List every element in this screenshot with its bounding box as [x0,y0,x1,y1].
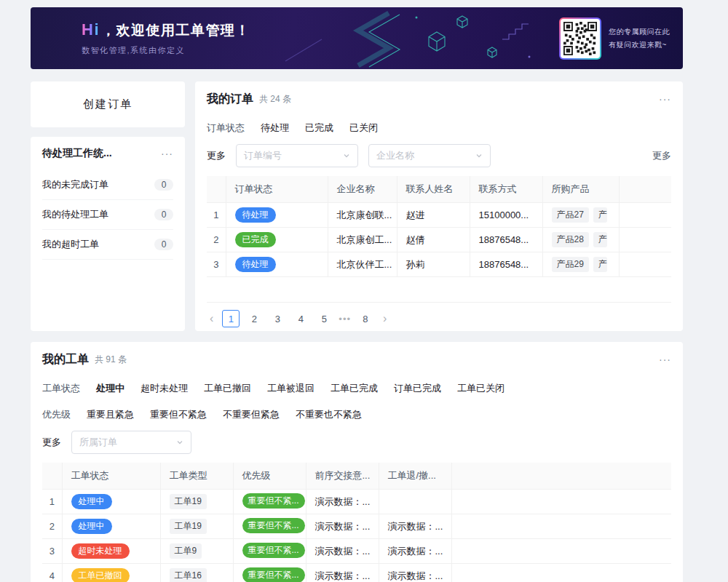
count-badge: 0 [154,179,173,191]
welcome-banner: Hi，欢迎使用工单管理！ 数智化管理,系统由你定义 [31,7,683,69]
filter-option[interactable]: 不重要也不紧急 [296,408,362,421]
table-header-row: 工单状态 工单类型 优先级 前序交接意... 工单退/撤... [42,463,671,490]
filter-option[interactable]: 已关闭 [349,121,378,135]
status-badge: 待处理 [235,257,276,272]
cell-phone: 15100000... [470,203,542,228]
page-button-2[interactable]: 2 [245,310,263,327]
priority-badge: 重要但不紧... [242,543,305,558]
table-row[interactable]: 3 待处理 北京伙伴工... 孙莉 18876548... 产品29产 [207,252,671,277]
filter-option[interactable]: 超时未处理 [141,382,188,395]
chevron-down-icon [343,152,350,159]
column-header-filler [451,463,671,490]
count-badge: 0 [154,239,173,250]
more-link[interactable]: 更多 [652,149,671,162]
row-index: 1 [207,203,226,228]
product-tag-partial: 产 [593,257,607,272]
ticket-priority-filter: 优先级 重要且紧急 重要但不紧急 不重要但紧急 不重要也不紧急 [42,402,671,428]
column-header-return-note: 工单退/撤... [379,463,451,490]
more-dots-icon[interactable]: ··· [659,94,671,104]
table-row[interactable]: 4 工单已撤回 工单16 重要但不紧... 演示数据：... 演示数据：... [42,564,671,582]
sidebar: 创建订单 待处理工作统... ··· 我的未完成订单 0 我的待处理工单 0 我… [31,81,185,331]
create-order-button[interactable]: 创建订单 [79,97,137,112]
table-row[interactable]: 2 处理中 工单19 重要但不紧... 演示数据：... 演示数据：... [42,514,671,539]
my-orders-panel: 我的订单 共 24 条 ··· 订单状态 待处理 已完成 已关闭 更多 订单编号… [195,81,683,331]
select-placeholder: 企业名称 [376,149,414,162]
cell-priority: 重要但不紧... [233,539,306,564]
banner-text-block: Hi，欢迎使用工单管理！ 数智化管理,系统由你定义 [31,20,250,56]
cell-contact: 赵倩 [397,228,470,252]
cell-phone: 18876548... [470,252,542,277]
column-header-ticket-type: 工单类型 [160,463,233,490]
page-button-8[interactable]: 8 [357,310,374,327]
filter-option[interactable]: 已完成 [305,121,333,135]
status-badge: 工单已撤回 [71,568,130,582]
filter-label: 订单状态 [207,121,245,135]
cell-return-note: 演示数据：... [379,564,451,582]
cell-order-status: 待处理 [226,252,328,277]
company-name-select[interactable]: 企业名称 [368,144,491,167]
column-header-priority: 优先级 [233,463,306,490]
cell-return-note: 演示数据：... [379,539,451,564]
filter-option[interactable]: 订单已完成 [394,382,441,395]
panel-title: 我的工单 [42,352,89,367]
filter-option[interactable]: 工单已关闭 [457,382,505,395]
cell-products: 产品28产 [542,228,619,252]
filter-option[interactable]: 待处理 [261,121,289,135]
row-index: 1 [42,490,62,514]
product-tag: 产品27 [552,207,589,223]
row-index: 2 [207,228,226,252]
filter-option[interactable]: 工单被退回 [267,382,314,395]
filter-option[interactable]: 工单已完成 [331,382,378,395]
filter-option[interactable]: 重要且紧急 [87,408,134,421]
status-badge: 已完成 [235,232,276,247]
table-row[interactable]: 1 处理中 工单19 重要但不紧... 演示数据：... [42,490,671,514]
more-dots-icon[interactable]: ··· [161,148,173,159]
cell-ticket-status: 处理中 [62,490,160,514]
filter-option[interactable]: 不重要但紧急 [223,408,280,421]
table-row[interactable]: 1 待处理 北京康创联... 赵进 15100000... 产品27产 [207,203,671,228]
prev-page-icon[interactable]: ‹ [207,312,216,325]
qr-caption-line1: 您的专属顾问在此 [609,25,670,39]
filter-option[interactable]: 工单已撤回 [204,382,251,395]
list-item-overdue-tickets[interactable]: 我的超时工单 0 [42,230,173,260]
order-number-select[interactable]: 订单编号 [236,144,358,167]
pending-work-card: 待处理工作统... ··· 我的未完成订单 0 我的待处理工单 0 我的超时工单… [31,137,185,331]
page-button-4[interactable]: 4 [292,310,309,327]
page-button-1[interactable]: 1 [222,310,240,327]
cell-ticket-status: 处理中 [62,514,160,539]
table-row[interactable]: 2 已完成 北京康创工... 赵倩 18876548... 产品28产 [207,228,671,252]
filter-option[interactable]: 重要但不紧急 [150,408,207,421]
page-button-5[interactable]: 5 [315,310,333,327]
page-button-3[interactable]: 3 [269,310,286,327]
status-badge: 超时未处理 [71,543,130,559]
banner-decoration [271,7,577,69]
table-row[interactable]: 3 超时未处理 工单9 重要但不紧... 演示数据：... 演示数据：... [42,539,671,564]
order-more-filter-row: 更多 订单编号 企业名称 更多 [207,144,671,167]
banner-title: Hi，欢迎使用工单管理！ [82,20,250,40]
page-ellipsis-icon[interactable]: ••• [339,314,351,324]
column-header-handover-note: 前序交接意... [306,463,379,490]
parent-order-select[interactable]: 所属订单 [71,431,191,454]
qr-code [559,17,601,60]
list-item-unfinished-orders[interactable]: 我的未完成订单 0 [42,170,173,200]
next-page-icon[interactable]: › [380,312,389,325]
status-badge: 待处理 [235,207,276,223]
cell-priority: 重要但不紧... [233,490,306,514]
ticket-type-tag: 工单19 [170,519,207,534]
more-dots-icon[interactable]: ··· [659,354,671,364]
column-header-company: 企业名称 [328,176,397,203]
empty-table-space [207,277,671,303]
filter-option[interactable]: 处理中 [96,382,124,395]
more-label: 更多 [42,436,61,449]
cell-ticket-type: 工单9 [160,539,233,564]
ticket-type-tag: 工单16 [170,568,207,582]
ticket-more-filter-row: 更多 所属订单 [42,431,671,454]
list-item-pending-tickets[interactable]: 我的待处理工单 0 [42,200,173,230]
my-tickets-panel: 我的工单 共 91 条 ··· 工单状态 处理中 超时未处理 工单已撤回 工单被… [31,342,683,582]
column-header-order-status: 订单状态 [226,176,328,203]
count-badge: 0 [154,209,173,220]
page: Hi，欢迎使用工单管理！ 数智化管理,系统由你定义 [0,0,683,582]
banner-consultant-block: 您的专属顾问在此 有疑问欢迎来戳~ [559,7,670,69]
cell-ticket-type: 工单16 [160,564,233,582]
product-tag: 产品28 [552,232,589,247]
